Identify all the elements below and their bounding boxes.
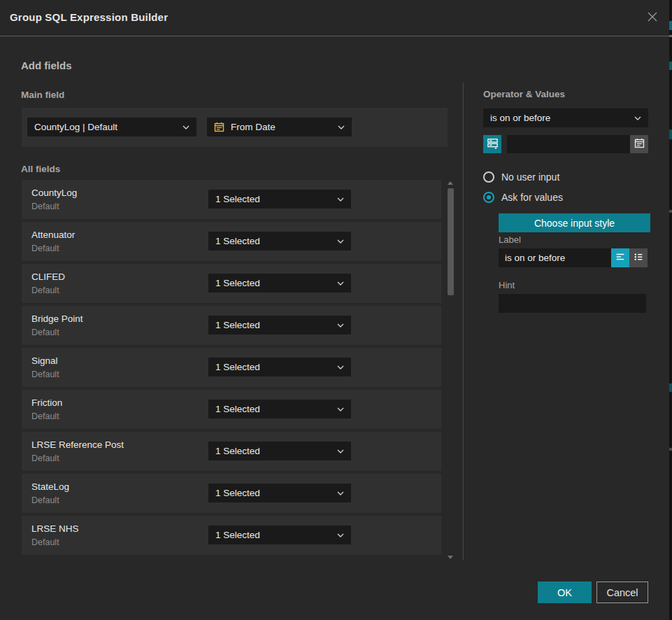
- chevron-down-icon: [338, 125, 345, 129]
- list-select-icon: [487, 137, 499, 152]
- chevron-down-icon: [183, 125, 190, 129]
- scrollbar-up-arrow[interactable]: [448, 181, 453, 185]
- field-selected-dropdown[interactable]: 1 Selected: [208, 316, 351, 334]
- field-row: Friction Default 1 Selected: [22, 390, 441, 429]
- field-name: CountyLog: [31, 188, 77, 198]
- vertical-divider: [463, 83, 464, 560]
- main-field-field-select[interactable]: From Date: [207, 118, 352, 136]
- field-selected-dropdown[interactable]: 1 Selected: [208, 526, 351, 544]
- chevron-down-icon: [337, 491, 344, 495]
- field-name: Bridge Point: [31, 313, 83, 324]
- field-selected-value: 1 Selected: [215, 404, 333, 414]
- field-subtitle: Default: [31, 537, 59, 547]
- field-subtitle: Default: [31, 369, 59, 379]
- input-style-list-button[interactable]: [629, 248, 648, 267]
- label-heading: Label: [499, 234, 521, 245]
- radio-ask-for-values[interactable]: Ask for values: [483, 192, 563, 203]
- radio-no-user-input-label: No user input: [501, 171, 559, 183]
- calendar-icon: [634, 138, 645, 151]
- field-row: CountyLog Default 1 Selected: [22, 180, 441, 219]
- field-selected-value: 1 Selected: [215, 362, 333, 372]
- field-row: LRSE Reference Post Default 1 Selected: [22, 432, 441, 471]
- field-selected-dropdown[interactable]: 1 Selected: [208, 442, 351, 460]
- main-field-layer-select[interactable]: CountyLog | Default: [27, 118, 196, 136]
- radio-icon: [483, 192, 494, 203]
- field-selected-value: 1 Selected: [215, 446, 333, 456]
- value-input[interactable]: [507, 135, 630, 153]
- edge-fragment: [669, 210, 672, 213]
- chevron-down-icon: [337, 533, 344, 537]
- field-subtitle: Default: [31, 202, 59, 211]
- field-subtitle: Default: [31, 453, 59, 463]
- field-subtitle: Default: [31, 327, 59, 337]
- chevron-down-icon: [337, 449, 344, 453]
- operator-value: is on or before: [490, 113, 630, 123]
- field-selected-value: 1 Selected: [215, 488, 333, 498]
- field-selected-value: 1 Selected: [215, 530, 333, 540]
- field-selected-dropdown[interactable]: 1 Selected: [208, 484, 351, 502]
- hint-input[interactable]: [499, 294, 646, 313]
- all-fields-heading: All fields: [21, 164, 60, 174]
- input-style-text-button[interactable]: [611, 248, 629, 267]
- date-calendar-icon: [214, 122, 224, 132]
- field-name: LRSE NHS: [31, 523, 79, 534]
- date-picker-button[interactable]: [630, 135, 648, 153]
- field-row: CLIFED Default 1 Selected: [22, 264, 441, 303]
- edge-fragment: [669, 383, 672, 392]
- layer-select-value: CountyLog | Default: [34, 122, 178, 132]
- field-name: Friction: [31, 397, 62, 408]
- dialog-titlebar: Group SQL Expression Builder: [0, 0, 669, 36]
- field-selected-dropdown[interactable]: 1 Selected: [208, 274, 351, 293]
- select-values-from-list-button[interactable]: [483, 135, 501, 153]
- ok-button[interactable]: OK: [538, 582, 592, 603]
- chevron-down-icon: [337, 407, 344, 411]
- edge-fragment: [669, 62, 672, 70]
- edge-fragment: [669, 448, 672, 451]
- add-fields-heading: Add fields: [21, 59, 72, 71]
- close-icon: [647, 11, 658, 25]
- chevron-down-icon: [337, 239, 344, 244]
- list-input-style-icon: [633, 251, 644, 265]
- field-selected-dropdown[interactable]: 1 Selected: [208, 190, 351, 209]
- field-selected-value: 1 Selected: [215, 320, 333, 330]
- field-row: Signal Default 1 Selected: [22, 348, 441, 387]
- main-field-panel: CountyLog | Default From Date: [22, 108, 448, 147]
- chevron-down-icon: [337, 197, 344, 202]
- field-row: StateLog Default 1 Selected: [22, 474, 441, 513]
- edge-fragment: [669, 129, 672, 139]
- choose-input-style-button[interactable]: Choose input style: [499, 213, 650, 232]
- label-input[interactable]: [499, 248, 611, 267]
- field-name: LRSE Reference Post: [31, 439, 124, 450]
- all-fields-list: CountyLog Default 1 Selected Attenuator …: [22, 180, 441, 558]
- edge-fragment: [669, 35, 672, 37]
- edge-fragment: [669, 21, 672, 30]
- scrollbar-down-arrow[interactable]: [448, 556, 453, 559]
- radio-ask-for-values-label: Ask for values: [501, 192, 563, 203]
- field-selected-dropdown[interactable]: 1 Selected: [208, 400, 351, 418]
- field-name: Attenuator: [31, 230, 75, 240]
- hint-heading: Hint: [499, 280, 515, 290]
- operator-dropdown[interactable]: is on or before: [483, 108, 648, 127]
- group-sql-expression-builder-dialog: Group SQL Expression Builder Add fields …: [0, 0, 669, 620]
- operator-values-heading: Operator & Values: [483, 89, 565, 99]
- field-name: StateLog: [31, 481, 69, 492]
- field-subtitle: Default: [31, 244, 59, 253]
- text-input-style-icon: [615, 251, 626, 265]
- field-row: Bridge Point Default 1 Selected: [22, 306, 441, 345]
- chevron-down-icon: [634, 116, 641, 120]
- main-field-heading: Main field: [21, 90, 64, 100]
- close-button[interactable]: [645, 11, 659, 25]
- radio-no-user-input[interactable]: No user input: [483, 171, 559, 183]
- field-selected-value: 1 Selected: [215, 278, 333, 288]
- field-name: CLIFED: [31, 272, 65, 282]
- scrollbar-thumb[interactable]: [448, 188, 454, 295]
- field-selected-dropdown[interactable]: 1 Selected: [208, 232, 351, 251]
- field-subtitle: Default: [31, 286, 59, 295]
- cancel-button[interactable]: Cancel: [596, 582, 648, 603]
- field-subtitle: Default: [31, 495, 59, 505]
- field-subtitle: Default: [31, 411, 59, 421]
- chevron-down-icon: [337, 281, 344, 286]
- field-select-value: From Date: [231, 122, 334, 132]
- field-selected-dropdown[interactable]: 1 Selected: [208, 358, 351, 376]
- radio-icon: [483, 171, 494, 183]
